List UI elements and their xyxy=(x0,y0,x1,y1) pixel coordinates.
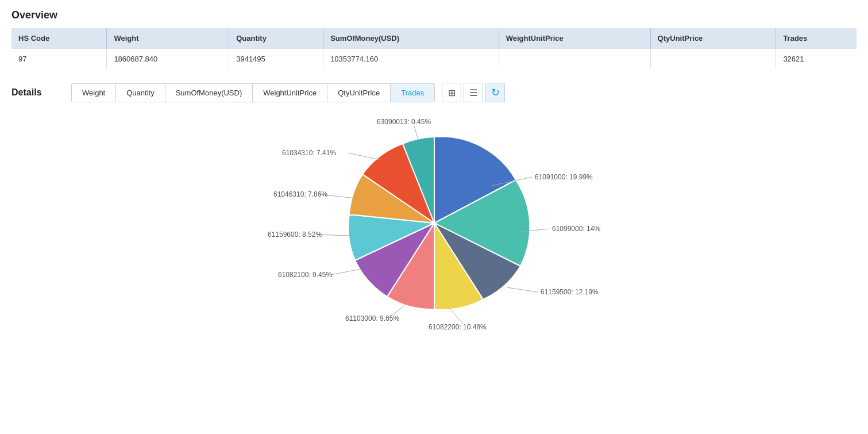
tab-bar: Weight Quantity SumOfMoney(USD) WeightUn… xyxy=(71,83,435,102)
cell-quantity: 3941495 xyxy=(229,49,323,70)
refresh-button[interactable]: ↻ xyxy=(485,83,505,102)
col-header-hs-code: HS Code xyxy=(11,28,107,49)
label-line-61034310 xyxy=(348,153,380,160)
table-view-button[interactable]: ⊞ xyxy=(442,83,461,102)
label-61034310: 61034310: 7.41% xyxy=(282,149,336,157)
label-61046310: 61046310: 7.86% xyxy=(273,190,327,198)
list-view-button[interactable]: ☰ xyxy=(464,83,483,102)
tab-weight[interactable]: Weight xyxy=(72,84,116,102)
label-line-63090013 xyxy=(414,126,418,140)
tab-quantity[interactable]: Quantity xyxy=(116,84,165,102)
label-line-61082100 xyxy=(331,269,361,275)
label-61103000: 61103000: 9.65% xyxy=(345,314,399,322)
cell-hs-code: 97 xyxy=(11,49,107,70)
label-61159500: 61159500: 12.19% xyxy=(541,288,599,296)
overview-table: HS Code Weight Quantity SumOfMoney(USD) … xyxy=(11,28,857,69)
col-header-weight-unit: WeightUnitPrice xyxy=(499,28,650,49)
tab-weight-unit[interactable]: WeightUnitPrice xyxy=(253,84,327,102)
col-header-weight: Weight xyxy=(107,28,229,49)
cell-weight-unit xyxy=(499,49,650,70)
table-icon: ⊞ xyxy=(448,87,456,98)
page-container: Overview HS Code Weight Quantity SumOfMo… xyxy=(0,0,868,341)
label-61091000: 61091000: 19.99% xyxy=(535,173,593,181)
col-header-qty-unit: QtyUnitPrice xyxy=(650,28,776,49)
col-header-quantity: Quantity xyxy=(229,28,323,49)
list-icon: ☰ xyxy=(469,87,477,98)
label-61099000: 61099000: 14% xyxy=(552,225,600,233)
cell-trades: 32621 xyxy=(776,49,857,70)
refresh-icon: ↻ xyxy=(491,86,500,99)
details-title: Details xyxy=(11,87,57,98)
tab-qty-unit[interactable]: QtyUnitPrice xyxy=(327,84,391,102)
table-row: 97 1860687.840 3941495 10353774.160 3262… xyxy=(11,49,857,70)
col-header-trades: Trades xyxy=(776,28,857,49)
label-61082100: 61082100: 9.45% xyxy=(278,271,332,279)
label-line-61082200 xyxy=(449,308,463,324)
icon-buttons: ⊞ ☰ ↻ xyxy=(442,83,505,102)
pie-wrapper: 61091000: 19.99% 61099000: 14% 61159500:… xyxy=(256,114,612,332)
details-header: Details Weight Quantity SumOfMoney(USD) … xyxy=(11,83,857,102)
cell-qty-unit xyxy=(650,49,776,70)
pie-chart: 61091000: 19.99% 61099000: 14% 61159500:… xyxy=(268,114,601,332)
tab-trades[interactable]: Trades xyxy=(391,84,434,102)
tab-sum-money[interactable]: SumOfMoney(USD) xyxy=(165,84,253,102)
label-61082200: 61082200: 10.48% xyxy=(429,323,487,331)
cell-sum-money: 10353774.160 xyxy=(323,49,499,70)
label-line-61159500 xyxy=(507,287,538,292)
label-61159600: 61159600: 8.52% xyxy=(268,231,322,239)
col-header-sum-money: SumOfMoney(USD) xyxy=(323,28,499,49)
label-63090013: 63090013: 0.45% xyxy=(377,118,431,126)
chart-area: 61091000: 19.99% 61099000: 14% 61159500:… xyxy=(11,114,857,332)
overview-title: Overview xyxy=(11,9,857,21)
cell-weight: 1860687.840 xyxy=(107,49,229,70)
